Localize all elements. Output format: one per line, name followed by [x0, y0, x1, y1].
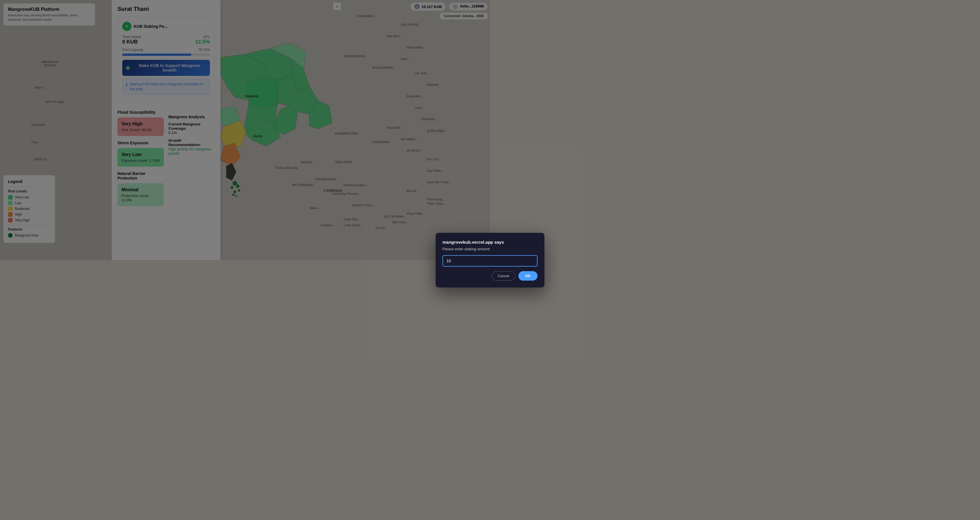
staking-amount-input[interactable] — [442, 255, 490, 260]
dialog-overlay: mangrovekub.vercel.app says Please enter… — [0, 0, 490, 260]
dialog-subtitle: Please enter staking amount — [442, 247, 490, 251]
dialog-title: mangrovekub.vercel.app says — [442, 240, 490, 245]
dialog-box: mangrovekub.vercel.app says Please enter… — [436, 233, 490, 260]
